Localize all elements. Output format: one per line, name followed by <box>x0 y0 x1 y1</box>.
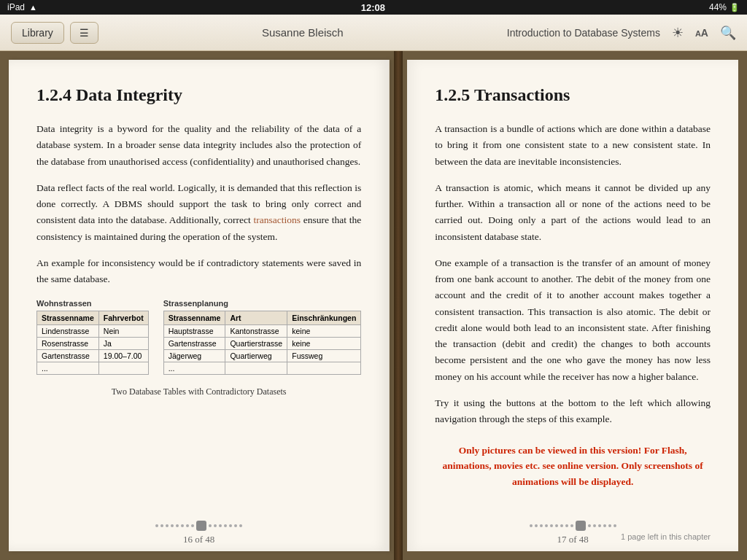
dot <box>545 524 548 527</box>
left-page-footer: 16 of 48 <box>9 515 389 551</box>
wifi-icon: ▲ <box>29 3 37 12</box>
library-button[interactable]: Library <box>11 22 64 44</box>
battery-level: 44% <box>709 2 727 12</box>
dot-current <box>196 521 206 531</box>
dot <box>560 524 563 527</box>
author-name: Susanne Bleisch <box>262 26 344 39</box>
left-paragraph-3: An example for inconsistency would be if… <box>36 255 361 288</box>
right-page-footer: 17 of 48 1 page left in this chapter <box>407 515 738 551</box>
table-row: ... <box>163 362 361 375</box>
left-paragraph-1: Data integrity is a byword for the quali… <box>36 121 361 170</box>
dot <box>214 524 217 527</box>
dot <box>550 524 553 527</box>
dot <box>224 524 227 527</box>
dot <box>614 524 616 527</box>
table1-title: Wohnstrassen <box>36 299 149 308</box>
tables-container: Wohnstrassen Strassenname Fahrverbot Lin… <box>36 299 361 375</box>
dot <box>155 524 158 527</box>
toc-icon: ☰ <box>80 27 89 39</box>
search-button[interactable]: 🔍 <box>720 25 736 41</box>
dot <box>598 524 601 527</box>
dot-current <box>576 521 586 531</box>
table-row: Gartenstrasse19.00–7.00 <box>37 350 149 362</box>
table-row: RosenstrasseJa <box>37 338 149 350</box>
dot <box>181 524 184 527</box>
dot <box>160 524 163 527</box>
dot <box>239 524 242 527</box>
table2-col1-header: Strassenname <box>163 311 225 325</box>
right-page-number: 17 of 48 <box>557 534 588 545</box>
dot <box>171 524 174 527</box>
dot <box>603 524 606 527</box>
right-chapter-heading: 1.2.5 Transactions <box>435 85 711 105</box>
left-page-content: 1.2.4 Data Integrity Data integrity is a… <box>9 60 389 551</box>
left-page-dots[interactable] <box>155 521 242 531</box>
right-paragraph-4: Try it using the buttons at the bottom t… <box>435 395 711 428</box>
book-spine <box>394 51 403 560</box>
table1-wrapper: Wohnstrassen Strassenname Fahrverbot Lin… <box>36 299 149 375</box>
dot <box>535 524 538 527</box>
table1: Strassenname Fahrverbot LindenstrasseNei… <box>36 311 149 375</box>
brightness-button[interactable]: ☀ <box>672 25 684 41</box>
dot <box>565 524 568 527</box>
library-label: Library <box>22 27 53 39</box>
dot <box>555 524 558 527</box>
dot <box>234 524 237 527</box>
right-paragraph-1: A transaction is a bundle of actions whi… <box>435 121 711 170</box>
dot <box>540 524 543 527</box>
status-bar: iPad ▲ 12:08 44% 🔋 <box>0 0 747 15</box>
left-paragraph-2: Data reflect facts of the real world. Lo… <box>36 180 361 245</box>
right-page-content: 1.2.5 Transactions A transaction is a bu… <box>407 60 738 551</box>
table2: Strassenname Art Einschränkungen Hauptst… <box>163 311 362 375</box>
dot <box>530 524 533 527</box>
top-bar: Library ☰ Susanne Bleisch Introduction t… <box>0 15 747 51</box>
table-row: JägerwegQuartierwegFussweg <box>163 350 361 362</box>
table2-col2-header: Art <box>225 311 287 325</box>
font-size-button[interactable]: AA <box>695 27 708 39</box>
table-row: GartenstrasseQuartierstrassekeine <box>163 338 361 350</box>
dot <box>176 524 179 527</box>
book-title: Introduction to Database Systems <box>507 27 660 39</box>
table-row: HauptstrasseKantonstrassekeine <box>163 325 361 338</box>
table2-col3-header: Einschränkungen <box>287 311 361 325</box>
battery-icon: 🔋 <box>729 3 740 12</box>
table1-col2-header: Fahrverbot <box>98 311 148 325</box>
time-display: 12:08 <box>361 2 385 13</box>
left-page-number: 16 of 48 <box>183 534 214 545</box>
flash-notice: Only pictures can be viewed in this vers… <box>435 443 711 490</box>
right-page-dots[interactable] <box>530 521 616 531</box>
dot <box>588 524 591 527</box>
table-row: LindenstrasseNein <box>37 325 149 338</box>
right-page: 1.2.5 Transactions A transaction is a bu… <box>407 60 738 551</box>
transactions-link[interactable]: transactions <box>254 214 301 225</box>
dot <box>570 524 573 527</box>
dot <box>593 524 596 527</box>
dot <box>229 524 232 527</box>
table-row: ... <box>37 362 149 375</box>
dot <box>608 524 611 527</box>
dot <box>166 524 169 527</box>
dot <box>186 524 189 527</box>
dot <box>209 524 212 527</box>
right-paragraph-2: A transaction is atomic, which means it … <box>435 180 711 245</box>
right-paragraph-3: One example of a transaction is the tran… <box>435 255 711 385</box>
table1-col1-header: Strassenname <box>37 311 99 325</box>
left-chapter-heading: 1.2.4 Data Integrity <box>36 85 361 105</box>
table2-wrapper: Strassenplanung Strassenname Art Einschr… <box>163 299 362 375</box>
book-area: 1.2.4 Data Integrity Data integrity is a… <box>0 51 747 560</box>
left-page: 1.2.4 Data Integrity Data integrity is a… <box>9 60 390 551</box>
toc-button[interactable]: ☰ <box>70 22 98 44</box>
device-label: iPad <box>7 2 25 12</box>
table2-title: Strassenplanung <box>163 299 362 308</box>
dot <box>191 524 194 527</box>
page-hint: 1 page left in this chapter <box>621 532 711 541</box>
table-caption: Two Database Tables with Contradictory D… <box>36 386 361 397</box>
dot <box>219 524 222 527</box>
